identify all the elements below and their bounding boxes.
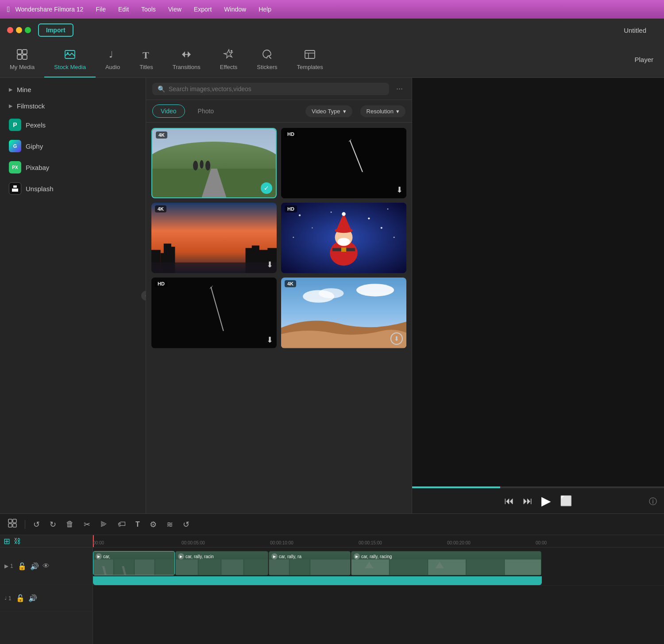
tab-templates-label: Templates [297, 64, 323, 70]
timeline-green-bar [93, 576, 542, 585]
menu-help[interactable]: Help [255, 5, 275, 14]
lock-icon[interactable]: 🔓 [18, 562, 27, 571]
import-button[interactable]: Import [38, 23, 73, 37]
redo-button[interactable]: ↻ [48, 518, 58, 531]
svg-rect-91 [467, 559, 504, 575]
maximize-window-button[interactable] [25, 27, 31, 33]
audio-split-button[interactable]: ⫸ [98, 518, 110, 531]
filter-tab-photo[interactable]: Photo [189, 104, 223, 118]
project-title: Untitled [624, 27, 646, 34]
svg-text:♩: ♩ [109, 50, 113, 59]
audio-lock-icon[interactable]: 🔓 [16, 594, 25, 602]
sidebar-item-pexels-label: Pexels [26, 121, 46, 129]
sidebar-item-mine[interactable]: ▶ Mine [0, 81, 146, 98]
app-body: Import Untitled My Media [0, 19, 664, 644]
resolution-label: Resolution [367, 108, 394, 115]
video-clip-1[interactable]: ▶ car, [93, 551, 175, 575]
tab-templates[interactable]: Templates [287, 42, 333, 77]
cut-button[interactable]: ✂ [82, 518, 92, 531]
media-panel: 🔍 ··· Video Photo Video Type ▾ Resolutio… [146, 78, 412, 513]
svg-rect-76 [244, 559, 244, 575]
audio-track-row [93, 585, 664, 612]
sidebar-item-filmstock[interactable]: ▶ Filmstock [0, 98, 146, 114]
badge-hd-5: HD [155, 280, 167, 287]
more-options-button[interactable]: ··· [394, 82, 405, 95]
stock-media-icon [64, 49, 76, 62]
stickers-icon [261, 49, 273, 62]
sidebar-item-giphy[interactable]: G Giphy [0, 135, 146, 157]
menu-export[interactable]: Export [190, 5, 215, 14]
audio-mute-icon[interactable]: 🔊 [28, 594, 37, 602]
delete-button[interactable]: 🗑 [64, 518, 76, 531]
media-item-6[interactable]: 4K ⬇ [281, 278, 406, 348]
svg-rect-74 [221, 559, 221, 575]
visibility-icon[interactable]: 👁 [42, 562, 50, 571]
player-progress-bar[interactable] [412, 486, 664, 488]
text-button[interactable]: T [134, 519, 142, 530]
play-button[interactable]: ▶ [541, 494, 551, 508]
download-icon-5: ⬇ [266, 335, 273, 345]
download-circle-button-6[interactable]: ⬇ [390, 332, 403, 345]
tab-transitions[interactable]: Transitions [163, 42, 210, 77]
sidebar-item-unsplash[interactable]: Unsplash [0, 178, 146, 199]
tab-audio[interactable]: ♩ Audio [96, 42, 130, 77]
sidebar-item-pexels[interactable]: P Pexels [0, 114, 146, 135]
svg-rect-86 [390, 559, 390, 575]
close-window-button[interactable] [7, 27, 13, 33]
tab-my-media[interactable]: My Media [0, 42, 44, 77]
tab-stock-media[interactable]: Stock Media [44, 42, 96, 77]
tab-stickers[interactable]: Stickers [247, 42, 287, 77]
stabilize-button[interactable]: ≋ [165, 518, 175, 531]
search-input[interactable] [169, 85, 384, 93]
svg-rect-51 [151, 278, 277, 348]
video-clip-2[interactable]: ▶ car, rally, racin [175, 551, 268, 575]
layout-toggle-button[interactable] [6, 517, 19, 532]
stop-button[interactable]: ⬜ [560, 495, 572, 507]
audio-track-controls-1: ♩ 1 🔓 🔊 [0, 585, 93, 612]
resolution-dropdown[interactable]: Resolution ▾ [360, 105, 405, 117]
undo-button[interactable]: ↺ [31, 518, 42, 531]
video-clip-3[interactable]: ▶ car, rally, ra [269, 551, 351, 575]
tab-titles[interactable]: T Titles [130, 42, 163, 77]
filter-tab-video[interactable]: Video [152, 104, 185, 118]
media-item-1[interactable]: 4K ✓ [151, 128, 277, 198]
speed-button[interactable]: ↺ [181, 518, 191, 531]
svg-rect-13 [13, 185, 17, 188]
menu-tools[interactable]: Tools [138, 5, 159, 14]
sidebar: ▶ Mine ▶ Filmstock P Pexels G Giphy PX P… [0, 78, 146, 513]
add-track-header: ⊞ ⛓ [0, 535, 93, 548]
sidebar-item-pixabay[interactable]: PX Pixabay [0, 157, 146, 178]
audio-icon: ♩ [107, 49, 119, 62]
media-item-5[interactable]: HD ⬇ [151, 278, 277, 348]
sidebar-item-pixabay-label: Pixabay [26, 164, 49, 171]
menu-file[interactable]: File [92, 5, 109, 14]
timeline-main: ⊞ ⛓ ▶ 1 🔓 🔊 👁 [0, 535, 664, 644]
audio-adjust-button[interactable]: ⚙ [148, 518, 158, 531]
my-media-icon [16, 49, 28, 62]
link-button[interactable]: ⛓ [14, 537, 21, 545]
mute-icon[interactable]: 🔊 [30, 562, 39, 571]
frame-back-button[interactable]: ⏭ [523, 495, 533, 507]
tab-effects[interactable]: Effects [210, 42, 247, 77]
menu-window[interactable]: Window [220, 5, 250, 14]
minimize-window-button[interactable] [16, 27, 22, 33]
media-item-4[interactable]: HD [281, 203, 406, 273]
tab-titles-label: Titles [139, 64, 153, 70]
svg-rect-79 [269, 559, 289, 575]
mine-chevron-icon: ▶ [9, 87, 12, 93]
menu-edit[interactable]: Edit [115, 5, 132, 14]
svg-rect-92 [504, 559, 505, 575]
add-track-button[interactable]: ⊞ [4, 536, 10, 546]
nav-bar: My Media Stock Media ♩ [0, 42, 664, 78]
tag-button[interactable]: 🏷 [116, 518, 127, 531]
sidebar-collapse-button[interactable]: ‹ [141, 291, 146, 301]
video-clip-4[interactable]: ▶ car, rally, racing [351, 551, 541, 575]
info-icon[interactable]: ⓘ [649, 496, 657, 507]
menu-view[interactable]: View [165, 5, 185, 14]
media-item-2[interactable]: HD ⬇ [281, 128, 406, 198]
svg-rect-72 [198, 559, 199, 575]
media-item-3[interactable]: 4K ⬇ [151, 203, 277, 273]
step-back-button[interactable]: ⏮ [504, 495, 514, 507]
video-type-dropdown[interactable]: Video Type ▾ [305, 105, 352, 117]
resolution-chevron-icon: ▾ [396, 108, 399, 115]
